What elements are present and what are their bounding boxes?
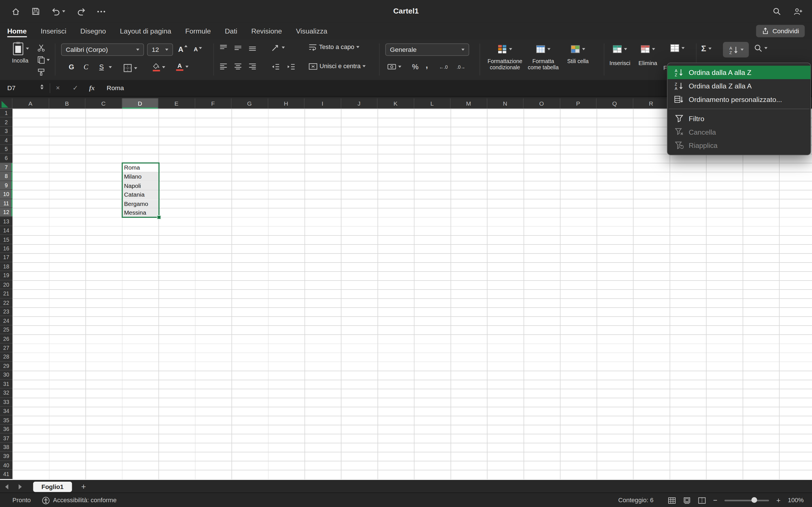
accounting-dropdown-icon[interactable] <box>398 66 401 68</box>
row-header-27[interactable]: 27 <box>0 343 12 352</box>
row-header-19[interactable]: 19 <box>0 271 12 280</box>
delete-cells-dropdown-icon[interactable] <box>652 48 655 50</box>
increase-font-button[interactable]: A <box>178 45 188 53</box>
decrease-indent-button[interactable] <box>271 63 280 70</box>
row-header-29[interactable]: 29 <box>0 361 12 371</box>
decrease-font-button[interactable]: A <box>194 46 202 52</box>
column-header-l[interactable]: L <box>414 98 450 109</box>
align-center-button[interactable] <box>234 63 242 70</box>
sort-filter-dropdown-icon[interactable] <box>741 49 744 51</box>
comma-style-button[interactable]: , <box>426 61 428 70</box>
merge-center-button[interactable]: Unisci e centra <box>309 62 366 70</box>
column-header-i[interactable]: I <box>305 98 341 109</box>
cell-d7[interactable]: Roma <box>122 163 158 172</box>
increase-indent-button[interactable] <box>287 63 295 70</box>
page-break-view-icon[interactable] <box>698 497 706 504</box>
format-painter-button[interactable] <box>37 68 45 76</box>
normal-view-icon[interactable] <box>668 497 676 504</box>
accounting-format-button[interactable] <box>388 64 402 70</box>
wrap-text-button[interactable]: Testo a capo <box>309 43 359 51</box>
cell-styles-dropdown-icon[interactable] <box>582 48 585 50</box>
format-dropdown-icon[interactable] <box>681 47 684 49</box>
row-header-3[interactable]: 3 <box>0 127 12 136</box>
column-header-n[interactable]: N <box>487 98 523 109</box>
font-color-button[interactable]: A <box>176 62 188 71</box>
ribbon-tab-disegno[interactable]: Disegno <box>80 27 106 39</box>
paste-dropdown-icon[interactable] <box>26 48 29 50</box>
undo-dropdown-icon[interactable] <box>62 10 65 12</box>
next-sheet-icon[interactable] <box>13 484 27 489</box>
column-header-k[interactable]: K <box>377 98 414 109</box>
conditional-formatting-dropdown-icon[interactable] <box>509 48 512 50</box>
row-header-21[interactable]: 21 <box>0 289 12 298</box>
row-header-41[interactable]: 41 <box>0 470 12 479</box>
column-header-f[interactable]: F <box>195 98 232 109</box>
row-header-5[interactable]: 5 <box>0 145 12 154</box>
delete-cells-button[interactable]: Elimina <box>632 43 663 76</box>
align-middle-button[interactable] <box>234 45 242 51</box>
page-layout-view-icon[interactable] <box>683 497 691 504</box>
row-header-33[interactable]: 33 <box>0 398 12 407</box>
row-header-38[interactable]: 38 <box>0 443 12 452</box>
row-header-12[interactable]: 12 <box>0 208 12 217</box>
autosum-button[interactable]: Σ <box>701 44 711 53</box>
fill-color-dropdown-icon[interactable] <box>162 66 165 68</box>
name-box-spinner[interactable] <box>40 84 43 89</box>
number-format-select[interactable]: Generale <box>386 43 469 56</box>
search-icon[interactable] <box>772 7 781 15</box>
column-header-q[interactable]: Q <box>597 98 633 109</box>
row-header-13[interactable]: 13 <box>0 217 12 226</box>
sheet-tab-foglio1[interactable]: Foglio1 <box>33 482 72 492</box>
cell-d9[interactable]: Napoli <box>122 181 158 190</box>
enter-icon[interactable]: ✓ <box>72 84 78 92</box>
format-button[interactable] <box>670 44 684 52</box>
paste-button[interactable]: Incolla <box>5 41 35 64</box>
select-all-button[interactable] <box>0 98 12 109</box>
ribbon-tab-dati[interactable]: Dati <box>225 27 237 39</box>
row-header-31[interactable]: 31 <box>0 379 12 388</box>
row-header-15[interactable]: 15 <box>0 235 12 244</box>
ribbon-tab-visualizza[interactable]: Visualizza <box>296 27 327 39</box>
row-header-11[interactable]: 11 <box>0 199 12 208</box>
row-header-14[interactable]: 14 <box>0 226 12 235</box>
underline-button[interactable]: S <box>96 63 112 71</box>
more-commands-icon[interactable] <box>97 11 105 12</box>
cell-d11[interactable]: Bergamo <box>122 200 158 208</box>
increase-decimal-button[interactable]: ←.0 <box>439 65 448 70</box>
column-header-a[interactable]: A <box>12 98 49 109</box>
row-header-23[interactable]: 23 <box>0 307 12 316</box>
accessibility-status[interactable]: Accessibilità: conforme <box>42 496 116 504</box>
menu-item-ordina-dalla-z-alla-a[interactable]: ZAOrdina dalla Z alla A <box>668 79 811 93</box>
zoom-slider[interactable] <box>725 499 769 501</box>
row-header-8[interactable]: 8 <box>0 172 12 181</box>
italic-button[interactable]: C <box>81 63 91 71</box>
ribbon-tab-revisione[interactable]: Revisione <box>251 27 282 39</box>
align-left-button[interactable] <box>220 63 227 70</box>
row-header-32[interactable]: 32 <box>0 388 12 397</box>
align-right-button[interactable] <box>249 63 257 70</box>
insert-function-icon[interactable]: fx <box>89 84 95 92</box>
prev-sheet-icon[interactable] <box>0 484 13 489</box>
ribbon-tab-formule[interactable]: Formule <box>185 27 211 39</box>
cell-styles-button[interactable]: Stili cella <box>566 43 589 76</box>
row-header-39[interactable]: 39 <box>0 452 12 461</box>
row-header-26[interactable]: 26 <box>0 334 12 343</box>
zoom-level[interactable]: 100% <box>788 497 804 504</box>
redo-icon[interactable] <box>77 8 86 15</box>
column-header-g[interactable]: G <box>232 98 268 109</box>
find-dropdown-icon[interactable] <box>764 47 767 49</box>
row-header-16[interactable]: 16 <box>0 244 12 253</box>
row-header-10[interactable]: 10 <box>0 190 12 199</box>
menu-item-ordinamento-personalizzato[interactable]: Ordinamento personalizzato... <box>668 93 811 106</box>
column-header-h[interactable]: H <box>268 98 305 109</box>
percent-style-button[interactable]: % <box>410 62 421 71</box>
row-header-9[interactable]: 9 <box>0 181 12 190</box>
orientation-button[interactable] <box>271 43 285 52</box>
copy-dropdown-icon[interactable] <box>47 59 50 61</box>
column-header-c[interactable]: C <box>86 98 122 109</box>
row-header-25[interactable]: 25 <box>0 325 12 334</box>
borders-dropdown-icon[interactable] <box>134 67 137 69</box>
format-as-table-dropdown-icon[interactable] <box>547 48 550 50</box>
font-color-dropdown-icon[interactable] <box>186 66 189 68</box>
cancel-icon[interactable]: × <box>56 84 60 92</box>
